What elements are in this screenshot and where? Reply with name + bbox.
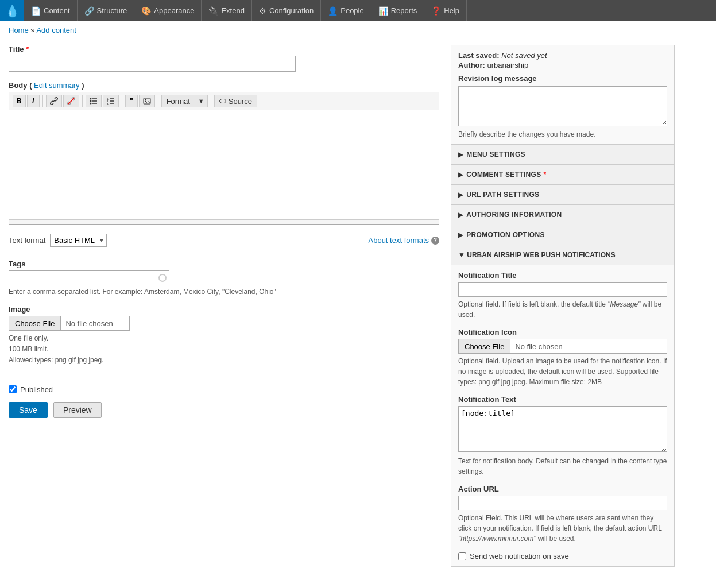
save-button[interactable]: Save bbox=[9, 402, 48, 418]
editor-toolbar: B I 1.2.3. bbox=[9, 92, 439, 110]
notification-icon-label: Notification Icon bbox=[458, 328, 667, 336]
blockquote-button[interactable]: " bbox=[125, 95, 138, 107]
comment-settings-label: COMMENT SETTINGS bbox=[466, 171, 541, 179]
revision-log-label: Revision log message bbox=[458, 74, 667, 83]
notification-title-hint: Optional field. If field is left blank, … bbox=[458, 299, 667, 320]
toolbar-separator-3 bbox=[122, 95, 122, 107]
revision-log-textarea[interactable] bbox=[458, 86, 667, 126]
published-checkbox[interactable] bbox=[9, 385, 17, 393]
about-formats-link[interactable]: About text formats ? bbox=[369, 236, 440, 245]
author-label: Author: bbox=[458, 61, 485, 69]
menu-settings-arrow: ▶ bbox=[458, 151, 463, 158]
italic-button[interactable]: I bbox=[27, 95, 40, 107]
last-saved-label: Last saved: bbox=[458, 51, 500, 60]
authoring-header[interactable]: ▶ AUTHORING INFORMATION bbox=[451, 205, 674, 225]
revision-log-section: Revision log message Briefly describe th… bbox=[458, 74, 667, 138]
notification-text-label: Notification Text bbox=[458, 395, 667, 404]
format-dropdown-arrow[interactable]: ▼ bbox=[195, 95, 208, 107]
configuration-icon: ⚙ bbox=[259, 6, 266, 16]
top-navigation: 💧 📄 Content 🔗 Structure 🎨 Appearance 🔌 E… bbox=[0, 0, 716, 21]
right-column: Last saved: Not saved yet Author: urbana… bbox=[451, 45, 675, 567]
notification-text-field: Notification Text [node:title] Text for … bbox=[458, 395, 667, 477]
promotion-header[interactable]: ▶ PROMOTION OPTIONS bbox=[451, 225, 674, 245]
notification-title-input[interactable] bbox=[458, 282, 667, 297]
reports-icon: 📊 bbox=[378, 6, 388, 16]
ua-content: Notification Title Optional field. If fi… bbox=[451, 265, 674, 566]
format-dropdown-wrapper: Format ▼ bbox=[161, 95, 208, 107]
main-layout: Title * Body ( Edit summary ) B I bbox=[0, 39, 716, 573]
source-button[interactable]: Source bbox=[214, 95, 257, 107]
breadcrumb-home[interactable]: Home bbox=[9, 26, 29, 34]
site-logo[interactable]: 💧 bbox=[0, 0, 24, 21]
notification-icon-file-text: No file chosen bbox=[510, 339, 667, 354]
breadcrumb: Home » Add content bbox=[0, 21, 716, 39]
file-input-wrapper: Choose File No file chosen bbox=[9, 316, 439, 331]
text-format-left: Text format Basic HTML Full HTML Plain t… bbox=[9, 234, 107, 247]
menu-settings-header[interactable]: ▶ MENU SETTINGS bbox=[451, 145, 674, 165]
help-icon: ❓ bbox=[431, 6, 441, 16]
nav-item-configuration[interactable]: ⚙ Configuration bbox=[252, 0, 321, 21]
comment-settings-required: * bbox=[543, 171, 546, 179]
preview-button[interactable]: Preview bbox=[53, 402, 102, 418]
nav-item-help[interactable]: ❓ Help bbox=[424, 0, 467, 21]
last-saved-section: Last saved: Not saved yet Author: urbana… bbox=[451, 45, 674, 145]
published-label: Published bbox=[20, 385, 53, 394]
field-divider bbox=[9, 376, 439, 376]
nav-item-people[interactable]: 👤 People bbox=[321, 0, 371, 21]
revision-hint: Briefly describe the changes you have ma… bbox=[458, 130, 667, 138]
comment-settings-header[interactable]: ▶ COMMENT SETTINGS * bbox=[451, 165, 674, 185]
body-field: Body ( Edit summary ) B I bbox=[9, 81, 439, 225]
text-format-select[interactable]: Basic HTML Full HTML Plain text bbox=[50, 234, 107, 247]
editor-body[interactable] bbox=[9, 110, 439, 219]
url-path-header[interactable]: ▶ URL PATH SETTINGS bbox=[451, 185, 674, 205]
appearance-icon: 🎨 bbox=[141, 6, 151, 16]
left-column: Title * Body ( Edit summary ) B I bbox=[9, 45, 451, 418]
choose-file-button[interactable]: Choose File bbox=[9, 316, 61, 331]
tags-field: Tags Enter a comma-separated list. For e… bbox=[9, 260, 439, 296]
bold-button[interactable]: B bbox=[13, 95, 26, 107]
image-hint-2: 100 MB limit. bbox=[9, 344, 439, 355]
text-format-label: Text format bbox=[9, 236, 45, 245]
nav-item-structure[interactable]: 🔗 Structure bbox=[78, 0, 135, 21]
urban-airship-header[interactable]: ▼ Urban Airship Web Push Notifications bbox=[451, 245, 674, 265]
unlink-button[interactable] bbox=[63, 95, 79, 107]
tags-input-wrapper bbox=[9, 270, 169, 285]
send-notification-checkbox[interactable] bbox=[458, 552, 466, 560]
edit-summary-link[interactable]: Edit summary bbox=[34, 81, 79, 90]
nav-item-appearance[interactable]: 🎨 Appearance bbox=[134, 0, 202, 21]
ua-label: Urban Airship Web Push Notifications bbox=[467, 251, 615, 259]
editor-resize-handle[interactable] bbox=[9, 219, 439, 224]
tags-hint: Enter a comma-separated list. For exampl… bbox=[9, 288, 439, 296]
tags-input[interactable] bbox=[9, 270, 169, 285]
ua-arrow: ▼ bbox=[458, 251, 467, 259]
tags-label: Tags bbox=[9, 260, 439, 268]
breadcrumb-current: Add content bbox=[36, 26, 76, 34]
format-label[interactable]: Format bbox=[161, 95, 195, 107]
notification-text-textarea[interactable]: [node:title] bbox=[458, 406, 667, 452]
unlink-icon bbox=[67, 97, 75, 105]
nav-item-extend[interactable]: 🔌 Extend bbox=[202, 0, 251, 21]
comment-settings-arrow: ▶ bbox=[458, 171, 463, 179]
promotion-label: PROMOTION OPTIONS bbox=[466, 231, 544, 239]
urban-airship-section: ▼ Urban Airship Web Push Notifications N… bbox=[451, 245, 674, 567]
send-notification-label: Send web notification on save bbox=[470, 552, 569, 560]
link-button[interactable] bbox=[46, 95, 62, 107]
notification-icon-choose-button[interactable]: Choose File bbox=[458, 339, 510, 354]
ul-button[interactable] bbox=[86, 95, 102, 107]
notification-title-field: Notification Title Optional field. If fi… bbox=[458, 271, 667, 320]
nav-item-reports[interactable]: 📊 Reports bbox=[371, 0, 425, 21]
extend-icon: 🔌 bbox=[208, 6, 218, 16]
svg-line-2 bbox=[68, 98, 74, 104]
nav-item-content[interactable]: 📄 Content bbox=[24, 0, 78, 21]
menu-settings-label: MENU SETTINGS bbox=[466, 150, 525, 158]
toolbar-separator-4 bbox=[158, 95, 158, 107]
file-chosen-text: No file chosen bbox=[61, 316, 130, 331]
image-toolbar-button[interactable] bbox=[139, 95, 155, 107]
image-field: Image Choose File No file chosen One fil… bbox=[9, 305, 439, 366]
action-url-input[interactable] bbox=[458, 496, 667, 510]
title-input[interactable] bbox=[9, 56, 296, 72]
svg-point-16 bbox=[145, 99, 146, 101]
ordered-list-icon: 1.2.3. bbox=[107, 98, 115, 105]
ol-button[interactable]: 1.2.3. bbox=[103, 95, 119, 107]
published-field: Published bbox=[9, 385, 439, 394]
